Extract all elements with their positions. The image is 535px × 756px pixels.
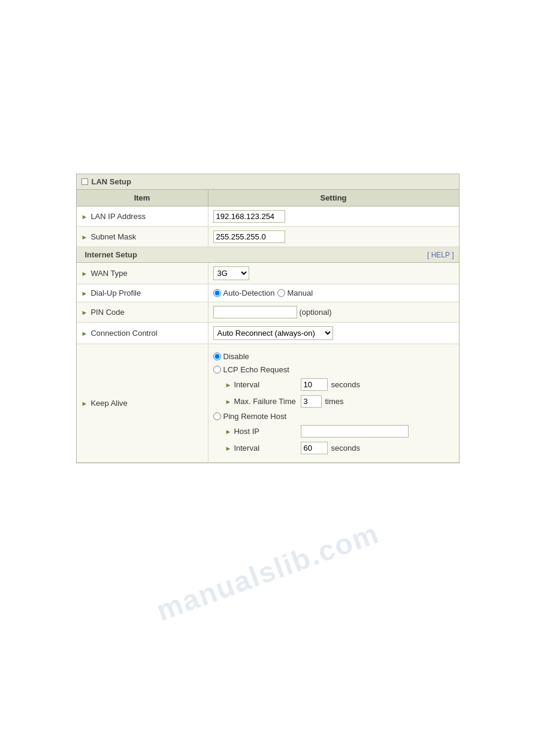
lcp-interval-unit: seconds: [331, 380, 360, 389]
lcp-interval-arrow-icon: ►: [225, 381, 232, 388]
internet-setup-header-left: Internet Setup: [81, 250, 137, 259]
column-headers: Item Setting: [77, 190, 459, 207]
internet-setup-title: Internet Setup: [85, 250, 137, 259]
lan-ip-arrow-icon: ►: [81, 213, 88, 220]
wan-type-label: WAN Type: [90, 269, 127, 278]
keep-alive-row: ► Keep Alive Disable: [77, 344, 459, 463]
lan-ip-address-label: LAN IP Address: [90, 212, 146, 221]
lcp-interval-label-container: ► Interval: [225, 380, 297, 389]
lcp-interval-input[interactable]: [301, 378, 328, 391]
disable-radio[interactable]: [213, 353, 221, 360]
lan-ip-address-label-cell: ► LAN IP Address: [77, 207, 208, 226]
subnet-mask-label-cell: ► Subnet Mask: [77, 227, 208, 247]
lcp-max-failure-unit: times: [325, 397, 344, 406]
pin-code-row: ► PIN Code (optional): [77, 302, 459, 323]
lan-ip-address-setting-cell: [208, 207, 459, 226]
keep-alive-arrow-icon: ►: [81, 400, 88, 407]
auto-detection-label: Auto-Detection: [223, 289, 275, 297]
pin-code-label-cell: ► PIN Code: [77, 302, 208, 322]
manual-label: Manual: [288, 289, 313, 297]
lcp-echo-option[interactable]: LCP Echo Request: [213, 365, 289, 374]
subnet-mask-row: ► Subnet Mask: [77, 227, 459, 247]
internet-setup-header: Internet Setup [ HELP ]: [77, 247, 459, 263]
lcp-echo-label: LCP Echo Request: [223, 365, 289, 374]
pin-code-arrow-icon: ►: [81, 309, 88, 316]
disable-option[interactable]: Disable: [213, 352, 249, 361]
connection-control-select[interactable]: Auto Reconnect (always-on) Connect Manua…: [213, 326, 333, 340]
disable-option-row: Disable: [213, 351, 409, 362]
help-link[interactable]: [ HELP ]: [427, 251, 454, 259]
lcp-echo-radio[interactable]: [213, 366, 221, 374]
ping-remote-host-option[interactable]: Ping Remote Host: [213, 412, 287, 421]
keep-alive-setting-cell: Disable LCP Echo Request ►: [208, 344, 459, 462]
lcp-interval-row: ► Interval seconds: [213, 378, 409, 391]
connection-control-arrow-icon: ►: [81, 330, 88, 337]
wan-type-arrow-icon: ►: [81, 270, 88, 277]
connection-control-label: Connection Control: [90, 329, 157, 338]
ping-interval-arrow-icon: ►: [225, 445, 232, 452]
wan-type-setting-cell: 3G ADSL Cable: [208, 263, 459, 284]
pin-code-label: PIN Code: [90, 308, 124, 317]
ping-remote-host-label: Ping Remote Host: [223, 412, 287, 421]
wan-type-select[interactable]: 3G ADSL Cable: [213, 266, 249, 280]
host-ip-input[interactable]: [301, 425, 409, 438]
dial-up-profile-row: ► Dial-Up Profile Auto-Detection Manual: [77, 284, 459, 302]
host-ip-row: ► Host IP: [213, 424, 409, 438]
manual-option[interactable]: Manual: [277, 289, 313, 297]
lcp-max-failure-arrow-icon: ►: [225, 398, 232, 405]
keep-alive-label-cell: ► Keep Alive: [77, 344, 208, 462]
auto-detection-option[interactable]: Auto-Detection: [213, 289, 275, 297]
pin-code-input[interactable]: [213, 306, 297, 318]
host-ip-label: Host IP: [234, 427, 259, 436]
lan-header-icon: [81, 178, 88, 185]
col-setting-label: Setting: [208, 190, 459, 206]
lan-setup-title: LAN Setup: [92, 177, 131, 186]
manual-radio[interactable]: [277, 289, 285, 297]
ping-remote-host-radio[interactable]: [213, 412, 221, 420]
subnet-mask-label: Subnet Mask: [90, 232, 136, 241]
subnet-mask-setting-cell: [208, 227, 459, 247]
ping-interval-label-container: ► Interval: [225, 444, 297, 453]
ping-interval-input[interactable]: [301, 442, 328, 454]
wan-type-label-cell: ► WAN Type: [77, 263, 208, 284]
subnet-mask-arrow-icon: ►: [81, 233, 88, 241]
keep-alive-label: Keep Alive: [90, 399, 127, 408]
main-panel: LAN Setup Item Setting ► LAN IP Address …: [76, 174, 460, 463]
lcp-max-failure-label-container: ► Max. Failure Time: [225, 397, 297, 406]
dial-up-profile-label-cell: ► Dial-Up Profile: [77, 284, 208, 302]
ping-interval-label: Interval: [234, 444, 259, 453]
connection-control-row: ► Connection Control Auto Reconnect (alw…: [77, 323, 459, 344]
dial-up-arrow-icon: ►: [81, 290, 88, 297]
dial-up-profile-label: Dial-Up Profile: [90, 289, 141, 297]
lan-ip-address-input[interactable]: [213, 210, 285, 223]
subnet-mask-input[interactable]: [213, 230, 285, 243]
lan-setup-header: LAN Setup: [77, 174, 459, 190]
pin-code-setting-cell: (optional): [208, 302, 459, 322]
dial-up-profile-setting-cell: Auto-Detection Manual: [208, 284, 459, 302]
lcp-max-failure-input[interactable]: [301, 395, 322, 408]
disable-label: Disable: [223, 352, 249, 361]
lcp-interval-label: Interval: [234, 380, 259, 389]
host-ip-arrow-icon: ►: [225, 428, 232, 435]
keep-alive-options: Disable LCP Echo Request ►: [213, 348, 409, 459]
ping-remote-host-option-row: Ping Remote Host: [213, 411, 409, 421]
connection-control-setting-cell: Auto Reconnect (always-on) Connect Manua…: [208, 323, 459, 344]
host-ip-label-container: ► Host IP: [225, 427, 297, 436]
col-item-label: Item: [77, 190, 208, 206]
lcp-echo-option-row: LCP Echo Request: [213, 365, 409, 375]
auto-detection-radio[interactable]: [213, 289, 221, 297]
ping-interval-unit: seconds: [331, 444, 360, 453]
connection-control-label-cell: ► Connection Control: [77, 323, 208, 344]
lan-ip-address-row: ► LAN IP Address: [77, 207, 459, 227]
pin-code-optional: (optional): [300, 308, 332, 317]
lcp-max-failure-label: Max. Failure Time: [234, 397, 295, 406]
wan-type-row: ► WAN Type 3G ADSL Cable: [77, 263, 459, 284]
lcp-max-failure-row: ► Max. Failure Time times: [213, 394, 409, 408]
ping-interval-row: ► Interval seconds: [213, 441, 409, 455]
